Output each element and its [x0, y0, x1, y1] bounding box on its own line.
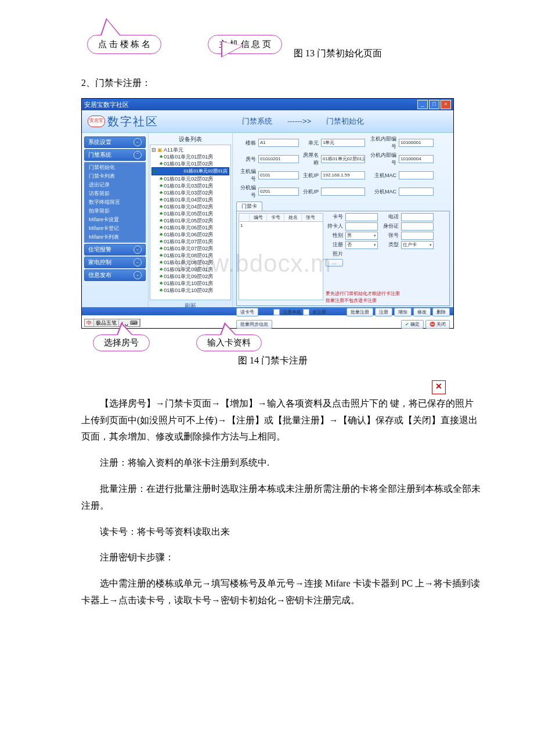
house-icon: ♣ — [160, 196, 163, 203]
tree-row[interactable]: ♣01栋01单元01层01房 — [151, 153, 229, 160]
tab-access-card[interactable]: 门禁卡 — [236, 201, 262, 211]
add-button[interactable]: 增加 — [394, 308, 412, 316]
nav-group-label: 信息发布 — [88, 271, 111, 279]
label-reg: 注册 — [326, 241, 343, 249]
folder-icon: ▣ — [157, 146, 163, 153]
read-card-button[interactable]: 读卡号 — [236, 308, 258, 316]
logo-badge: 安居宝 — [88, 116, 105, 127]
house-icon: ♣ — [160, 252, 163, 259]
maximize-button[interactable]: □ — [429, 100, 439, 109]
nav-item-cardlist[interactable]: 门禁卡列表 — [84, 172, 146, 181]
label-reg-block: 注册本栋 — [283, 309, 301, 315]
nav-item-msg[interactable]: 数字终端留言 — [84, 198, 146, 207]
close-button[interactable]: ⛔ 关闭 — [425, 320, 450, 329]
input-unit[interactable]: 1单元 — [321, 139, 365, 147]
input-ext-internal-no[interactable]: 10100004 — [399, 155, 434, 163]
reg-button[interactable]: 注册 — [375, 308, 392, 316]
tree-row[interactable]: ♣01栋01单元04层02房 — [151, 203, 229, 210]
input-host-internal-no[interactable]: 10100001 — [399, 139, 434, 147]
tree-root[interactable]: ⊟ ▣ A11单元 — [151, 146, 229, 153]
input-ext-ip[interactable] — [321, 188, 365, 196]
photo-browse-button[interactable]: … — [326, 259, 343, 267]
tree-row-label: 01栋01单元07层01房 — [164, 238, 213, 245]
window-titlebar: 安居宝数字社区 _ □ × — [82, 99, 453, 110]
nav-group-access[interactable]: 门禁系统 ⌃ — [84, 149, 146, 161]
tree-row[interactable]: ♣01栋01单元05层01房 — [151, 210, 229, 217]
input-host-no[interactable]: 0101 — [258, 171, 299, 179]
tree-row[interactable]: ♣01栋01单元07层02房 — [151, 245, 229, 252]
house-icon: ♣ — [160, 245, 163, 252]
tree-row-label: 01栋01单元01层02房 — [164, 160, 213, 167]
label-host-ip: 主机IP — [301, 172, 319, 179]
nav-item-snapshot[interactable]: 拍录留影 — [84, 207, 146, 215]
tree-row[interactable]: ♣01栋01单元03层01房 — [151, 182, 229, 189]
input-host-mac[interactable] — [399, 171, 434, 179]
tree-row[interactable]: ♣01栋01单元06层01房 — [151, 224, 229, 231]
batch-sync-button[interactable]: 批量同步信息 — [236, 320, 272, 329]
label-ext-no: 分机编号 — [236, 184, 256, 199]
nav-item-mifare-reg[interactable]: Mifare卡登记 — [84, 224, 146, 233]
tree-row-label: 01栋01单元04层01房 — [164, 196, 213, 203]
tree-row[interactable]: ♣01栋01单元10层02房 — [151, 287, 229, 294]
tree-row[interactable]: ♣01栋01单元08层01房 — [151, 252, 229, 259]
device-tree[interactable]: ⊟ ▣ A11单元 ♣01栋01单元01层01房♣01栋01单元01层02房♣0… — [150, 145, 231, 300]
select-gender[interactable]: 男▾ — [345, 232, 378, 240]
input-phone[interactable] — [401, 213, 434, 221]
tree-row[interactable]: ♣01栋01单元01层02房 — [151, 160, 229, 167]
select-type[interactable]: 住户卡▾ — [401, 241, 434, 249]
card-grid-body[interactable]: 1 — [239, 222, 323, 300]
tree-row[interactable]: ♣01栋01单元07层01房 — [151, 238, 229, 245]
batch-reg-button[interactable]: 批量注册 — [347, 308, 373, 316]
tree-refresh-button[interactable]: 刷新 — [150, 300, 231, 307]
tree-row[interactable]: ♣01栋01单元10层01房 — [151, 280, 229, 287]
nav-group-appliance[interactable]: 家电控制 ⌄ — [84, 257, 146, 268]
nav-item-init[interactable]: 门禁初始化 — [84, 163, 146, 172]
input-room-name[interactable]: 01栋01单元02层01房 — [321, 155, 365, 163]
tree-row[interactable]: ♣01栋01单元02层01房 — [151, 167, 229, 175]
input-cardno[interactable] — [345, 213, 378, 221]
checkbox-reg-block[interactable] — [273, 309, 280, 315]
tree-row[interactable]: ♣01栋01单元08层02房 — [151, 259, 229, 266]
input-zhang[interactable] — [401, 232, 434, 240]
tree-row[interactable]: ♣01栋01单元03层02房 — [151, 189, 229, 196]
input-host-ip[interactable]: 192.168.1.59 — [321, 171, 365, 179]
tree-row-label: 01栋01单元05层01房 — [164, 210, 213, 217]
label-host-internal-no: 主机内部编号 — [367, 135, 396, 150]
input-ext-mac[interactable] — [399, 188, 434, 196]
modify-button[interactable]: 修改 — [413, 308, 431, 316]
tree-row-label: 01栋01单元08层02房 — [164, 259, 213, 266]
tree-row-label: 01栋01单元02层01房 — [183, 168, 228, 175]
nav-item-visitor[interactable]: 访客留影 — [84, 189, 146, 198]
select-reg[interactable]: 否▾ — [345, 241, 378, 249]
house-icon: ♣ — [160, 266, 163, 273]
col-no: 编号 — [250, 214, 267, 221]
tree-row[interactable]: ♣01栋01单元05层02房 — [151, 217, 229, 224]
nav-group-info[interactable]: 信息发布 ⌄ — [84, 269, 146, 281]
label-gender: 性别 — [326, 232, 343, 240]
input-building[interactable]: A1 — [258, 139, 299, 147]
tree-row[interactable]: ♣01栋01单元09层01房 — [151, 266, 229, 273]
chevron-down-icon: ⌄ — [134, 246, 142, 254]
nav-group-system[interactable]: 系统设置 ⌄ — [84, 136, 146, 148]
col-cardno: 卡号 — [267, 214, 284, 221]
nav-item-inout[interactable]: 进出记录 — [84, 181, 146, 189]
tree-row[interactable]: ♣01栋01单元04层01房 — [151, 196, 229, 203]
input-room[interactable]: 01010201 — [258, 155, 299, 163]
input-ext-no[interactable]: 0201 — [258, 188, 299, 196]
input-holder[interactable] — [345, 222, 378, 231]
tree-row[interactable]: ♣01栋01单元09层02房 — [151, 273, 229, 280]
nav-item-mifare-list[interactable]: Mifare卡列表 — [84, 233, 146, 242]
label-host-mac: 主机MAC — [367, 172, 396, 179]
tree-row-label: 01栋01单元03层02房 — [164, 189, 213, 196]
tree-row[interactable]: ♣01栋01单元06层02房 — [151, 231, 229, 238]
checkbox-unreg[interactable] — [303, 309, 309, 315]
close-window-button[interactable]: × — [441, 100, 451, 109]
tree-row[interactable]: ♣01栋01单元02层02房 — [151, 175, 229, 182]
para-register: 注册：将输入资料的单张卡注册到系统中. — [81, 455, 482, 471]
nav-item-mifare-set[interactable]: Mifare卡设置 — [84, 215, 146, 224]
nav-group-alarm[interactable]: 住宅报警 ⌄ — [84, 244, 146, 255]
delete-button[interactable]: 删除 — [432, 308, 450, 316]
input-idcard[interactable] — [401, 222, 434, 231]
minimize-button[interactable]: _ — [417, 100, 428, 109]
ok-button[interactable]: ✔ 确定 — [401, 320, 424, 329]
